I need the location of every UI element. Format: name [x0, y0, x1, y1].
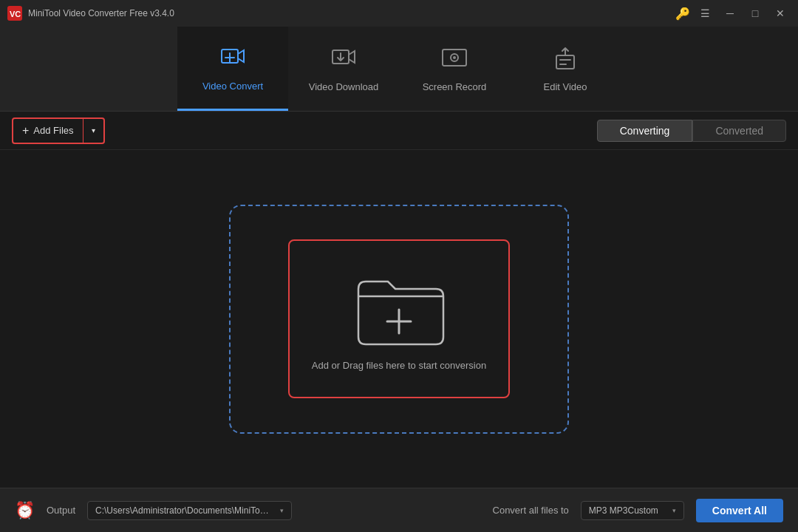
output-path-button[interactable]: C:\Users\Administrator\Documents\MiniToo… [87, 501, 292, 520]
video-convert-icon [219, 44, 246, 75]
svg-text:VC: VC [10, 10, 21, 18]
svg-point-6 [453, 56, 456, 59]
nav-item-video-download-label: Video Download [309, 81, 378, 92]
bottom-bar: ⏰ Output C:\Users\Administrator\Document… [0, 488, 798, 532]
nav-item-video-download[interactable]: Video Download [288, 27, 399, 111]
drop-zone-outer: Add or Drag files here to start conversi… [229, 205, 569, 434]
output-path-text: C:\Users\Administrator\Documents\MiniToo… [95, 505, 273, 516]
titlebar-controls: 🔑 ☰ ─ □ ✕ [675, 5, 791, 21]
maximize-button[interactable]: □ [745, 5, 765, 21]
format-dropdown-arrow-icon: ▾ [672, 507, 676, 514]
add-files-button[interactable]: + Add Files ▾ [12, 117, 105, 144]
minimize-button[interactable]: ─ [720, 5, 740, 21]
main-content: Add or Drag files here to start conversi… [0, 150, 798, 488]
navbar: Video Convert Video Download Screen Reco… [0, 27, 798, 112]
clock-icon: ⏰ [15, 501, 35, 520]
add-files-dropdown-arrow[interactable]: ▾ [83, 119, 103, 143]
key-icon: 🔑 [675, 7, 690, 21]
convert-all-files-label: Convert all files to [493, 505, 569, 516]
titlebar: VC MiniTool Video Converter Free v3.4.0 … [0, 0, 798, 27]
app-logo: VC [7, 6, 22, 21]
app-title: MiniTool Video Converter Free v3.4.0 [28, 8, 174, 18]
video-download-icon [330, 45, 357, 75]
edit-video-icon [552, 45, 579, 75]
tab-bar: Converting Converted [597, 120, 786, 142]
drop-zone-inner[interactable]: Add or Drag files here to start conversi… [288, 239, 510, 398]
convert-all-button[interactable]: Convert All [696, 499, 783, 522]
output-label: Output [47, 505, 75, 516]
folder-icon [351, 267, 447, 348]
svg-rect-7 [556, 55, 574, 69]
nav-spacer [0, 27, 177, 111]
screen-record-icon [441, 45, 468, 75]
nav-item-edit-video[interactable]: Edit Video [510, 27, 621, 111]
nav-item-edit-video-label: Edit Video [543, 81, 587, 92]
nav-item-video-convert[interactable]: Video Convert [177, 27, 288, 111]
nav-item-video-convert-label: Video Convert [202, 81, 263, 92]
tab-converted[interactable]: Converted [692, 120, 786, 142]
drop-zone-hint-text: Add or Drag files here to start conversi… [312, 360, 486, 371]
nav-item-screen-record[interactable]: Screen Record [399, 27, 510, 111]
add-files-plus-icon: + [22, 124, 29, 137]
add-files-label: Add Files [33, 125, 73, 136]
add-files-main[interactable]: + Add Files [13, 119, 83, 143]
output-path-arrow-icon: ▾ [280, 507, 284, 514]
tab-converting[interactable]: Converting [597, 120, 693, 142]
close-button[interactable]: ✕ [770, 5, 791, 21]
format-selector[interactable]: MP3 MP3Custom ▾ [581, 501, 684, 520]
nav-item-screen-record-label: Screen Record [423, 81, 487, 92]
toolbar: + Add Files ▾ Converting Converted [0, 112, 798, 150]
titlebar-left: VC MiniTool Video Converter Free v3.4.0 [7, 6, 174, 21]
format-label: MP3 MP3Custom [589, 505, 658, 516]
menu-button[interactable]: ☰ [695, 5, 715, 21]
